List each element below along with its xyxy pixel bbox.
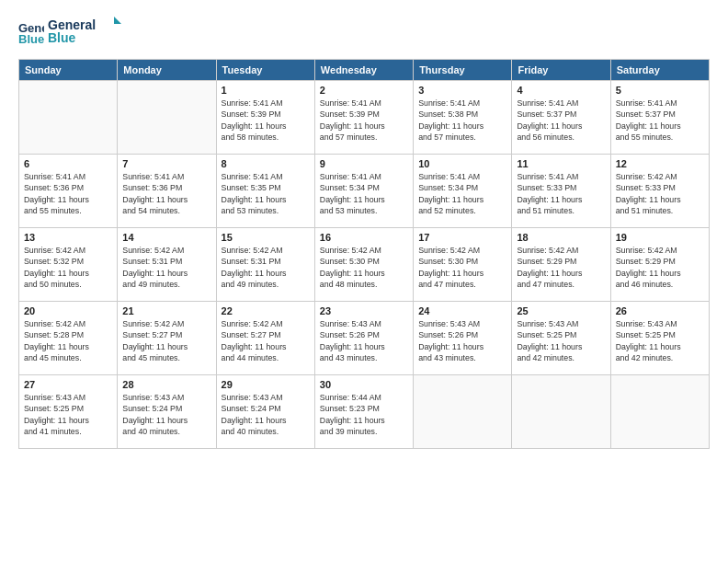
- calendar-cell: 19Sunrise: 5:42 AM Sunset: 5:29 PM Dayli…: [610, 228, 709, 302]
- day-number: 21: [122, 305, 210, 316]
- day-number: 18: [517, 232, 605, 243]
- day-info: Sunrise: 5:44 AM Sunset: 5:23 PM Dayligh…: [320, 392, 408, 437]
- day-number: 8: [222, 158, 310, 169]
- calendar-cell: 23Sunrise: 5:43 AM Sunset: 5:26 PM Dayli…: [314, 302, 413, 375]
- calendar-cell: 24Sunrise: 5:43 AM Sunset: 5:26 PM Dayli…: [414, 302, 512, 375]
- day-info: Sunrise: 5:42 AM Sunset: 5:29 PM Dayligh…: [517, 245, 605, 290]
- weekday-header: Thursday: [414, 60, 512, 81]
- day-info: Sunrise: 5:43 AM Sunset: 5:26 PM Dayligh…: [320, 318, 408, 363]
- day-number: 17: [418, 232, 506, 243]
- day-info: Sunrise: 5:42 AM Sunset: 5:27 PM Dayligh…: [222, 318, 310, 363]
- weekday-header: Wednesday: [314, 60, 413, 81]
- calendar-week-row: 6Sunrise: 5:41 AM Sunset: 5:36 PM Daylig…: [19, 155, 710, 228]
- day-number: 22: [222, 305, 310, 316]
- calendar-cell: 5Sunrise: 5:41 AM Sunset: 5:37 PM Daylig…: [610, 81, 709, 155]
- calendar-cell: 27Sunrise: 5:43 AM Sunset: 5:25 PM Dayli…: [19, 375, 118, 449]
- day-number: 15: [222, 232, 310, 243]
- calendar-cell: 10Sunrise: 5:41 AM Sunset: 5:34 PM Dayli…: [414, 155, 512, 228]
- day-info: Sunrise: 5:43 AM Sunset: 5:24 PM Dayligh…: [122, 392, 210, 437]
- day-number: 12: [616, 158, 704, 169]
- calendar-page: General Blue General Blue SundayMondayTu…: [0, 0, 728, 563]
- calendar-cell: [118, 81, 216, 155]
- day-number: 24: [418, 305, 506, 316]
- calendar-cell: 1Sunrise: 5:41 AM Sunset: 5:39 PM Daylig…: [216, 81, 314, 155]
- weekday-header: Saturday: [610, 60, 709, 81]
- svg-text:Blue: Blue: [48, 30, 76, 45]
- header: General Blue General Blue: [18, 15, 710, 50]
- day-info: Sunrise: 5:43 AM Sunset: 5:25 PM Dayligh…: [24, 392, 112, 437]
- calendar-week-row: 13Sunrise: 5:42 AM Sunset: 5:32 PM Dayli…: [19, 228, 710, 302]
- calendar-cell: 12Sunrise: 5:42 AM Sunset: 5:33 PM Dayli…: [610, 155, 709, 228]
- calendar-cell: 26Sunrise: 5:43 AM Sunset: 5:25 PM Dayli…: [610, 302, 709, 375]
- day-info: Sunrise: 5:41 AM Sunset: 5:39 PM Dayligh…: [320, 98, 408, 143]
- day-info: Sunrise: 5:41 AM Sunset: 5:37 PM Dayligh…: [517, 98, 605, 143]
- day-info: Sunrise: 5:41 AM Sunset: 5:35 PM Dayligh…: [222, 171, 310, 216]
- calendar-week-row: 27Sunrise: 5:43 AM Sunset: 5:25 PM Dayli…: [19, 375, 710, 449]
- weekday-header: Tuesday: [216, 60, 314, 81]
- calendar-cell: 15Sunrise: 5:42 AM Sunset: 5:31 PM Dayli…: [216, 228, 314, 302]
- calendar-week-row: 20Sunrise: 5:42 AM Sunset: 5:28 PM Dayli…: [19, 302, 710, 375]
- day-number: 25: [517, 305, 605, 316]
- day-number: 23: [320, 305, 408, 316]
- day-number: 13: [24, 232, 112, 243]
- calendar-cell: 2Sunrise: 5:41 AM Sunset: 5:39 PM Daylig…: [314, 81, 413, 155]
- day-number: 4: [517, 85, 605, 96]
- day-number: 9: [320, 158, 408, 169]
- weekday-header: Monday: [118, 60, 216, 81]
- day-info: Sunrise: 5:41 AM Sunset: 5:33 PM Dayligh…: [517, 171, 605, 216]
- calendar-cell: 30Sunrise: 5:44 AM Sunset: 5:23 PM Dayli…: [314, 375, 413, 449]
- calendar-cell: 17Sunrise: 5:42 AM Sunset: 5:30 PM Dayli…: [414, 228, 512, 302]
- calendar-cell: 8Sunrise: 5:41 AM Sunset: 5:35 PM Daylig…: [216, 155, 314, 228]
- calendar-cell: [19, 81, 118, 155]
- day-info: Sunrise: 5:42 AM Sunset: 5:28 PM Dayligh…: [24, 318, 112, 363]
- calendar-week-row: 1Sunrise: 5:41 AM Sunset: 5:39 PM Daylig…: [19, 81, 710, 155]
- calendar-cell: 28Sunrise: 5:43 AM Sunset: 5:24 PM Dayli…: [118, 375, 216, 449]
- calendar-cell: [414, 375, 512, 449]
- logo: General Blue General Blue: [18, 15, 131, 50]
- svg-text:Blue: Blue: [18, 32, 44, 45]
- day-info: Sunrise: 5:42 AM Sunset: 5:30 PM Dayligh…: [418, 245, 506, 290]
- day-number: 5: [616, 85, 704, 96]
- day-info: Sunrise: 5:42 AM Sunset: 5:27 PM Dayligh…: [122, 318, 210, 363]
- day-info: Sunrise: 5:42 AM Sunset: 5:33 PM Dayligh…: [616, 171, 704, 216]
- calendar-cell: [512, 375, 610, 449]
- calendar-cell: 4Sunrise: 5:41 AM Sunset: 5:37 PM Daylig…: [512, 81, 610, 155]
- calendar-cell: 11Sunrise: 5:41 AM Sunset: 5:33 PM Dayli…: [512, 155, 610, 228]
- calendar-cell: [610, 375, 709, 449]
- day-number: 20: [24, 305, 112, 316]
- day-info: Sunrise: 5:41 AM Sunset: 5:36 PM Dayligh…: [122, 171, 210, 216]
- day-info: Sunrise: 5:43 AM Sunset: 5:26 PM Dayligh…: [418, 318, 506, 363]
- calendar-cell: 14Sunrise: 5:42 AM Sunset: 5:31 PM Dayli…: [118, 228, 216, 302]
- calendar-header-row: SundayMondayTuesdayWednesdayThursdayFrid…: [19, 60, 710, 81]
- svg-marker-3: [114, 17, 121, 24]
- calendar-table: SundayMondayTuesdayWednesdayThursdayFrid…: [18, 59, 710, 449]
- day-number: 29: [222, 379, 310, 390]
- day-info: Sunrise: 5:41 AM Sunset: 5:36 PM Dayligh…: [24, 171, 112, 216]
- day-info: Sunrise: 5:41 AM Sunset: 5:34 PM Dayligh…: [418, 171, 506, 216]
- calendar-cell: 6Sunrise: 5:41 AM Sunset: 5:36 PM Daylig…: [19, 155, 118, 228]
- calendar-cell: 29Sunrise: 5:43 AM Sunset: 5:24 PM Dayli…: [216, 375, 314, 449]
- day-number: 3: [418, 85, 506, 96]
- calendar-cell: 20Sunrise: 5:42 AM Sunset: 5:28 PM Dayli…: [19, 302, 118, 375]
- calendar-cell: 22Sunrise: 5:42 AM Sunset: 5:27 PM Dayli…: [216, 302, 314, 375]
- day-info: Sunrise: 5:43 AM Sunset: 5:25 PM Dayligh…: [616, 318, 704, 363]
- calendar-cell: 16Sunrise: 5:42 AM Sunset: 5:30 PM Dayli…: [314, 228, 413, 302]
- day-info: Sunrise: 5:41 AM Sunset: 5:37 PM Dayligh…: [616, 98, 704, 143]
- day-number: 19: [616, 232, 704, 243]
- calendar-body: 1Sunrise: 5:41 AM Sunset: 5:39 PM Daylig…: [19, 81, 710, 449]
- calendar-cell: 3Sunrise: 5:41 AM Sunset: 5:38 PM Daylig…: [414, 81, 512, 155]
- calendar-cell: 25Sunrise: 5:43 AM Sunset: 5:25 PM Dayli…: [512, 302, 610, 375]
- calendar-cell: 9Sunrise: 5:41 AM Sunset: 5:34 PM Daylig…: [314, 155, 413, 228]
- day-info: Sunrise: 5:42 AM Sunset: 5:32 PM Dayligh…: [24, 245, 112, 290]
- day-info: Sunrise: 5:42 AM Sunset: 5:31 PM Dayligh…: [122, 245, 210, 290]
- calendar-cell: 7Sunrise: 5:41 AM Sunset: 5:36 PM Daylig…: [118, 155, 216, 228]
- day-info: Sunrise: 5:41 AM Sunset: 5:39 PM Dayligh…: [222, 98, 310, 143]
- day-number: 14: [122, 232, 210, 243]
- day-number: 30: [320, 379, 408, 390]
- day-number: 7: [122, 158, 210, 169]
- weekday-header: Sunday: [19, 60, 118, 81]
- day-info: Sunrise: 5:43 AM Sunset: 5:24 PM Dayligh…: [222, 392, 310, 437]
- logo-svg: General Blue: [48, 15, 131, 50]
- day-number: 1: [222, 85, 310, 96]
- day-info: Sunrise: 5:42 AM Sunset: 5:31 PM Dayligh…: [222, 245, 310, 290]
